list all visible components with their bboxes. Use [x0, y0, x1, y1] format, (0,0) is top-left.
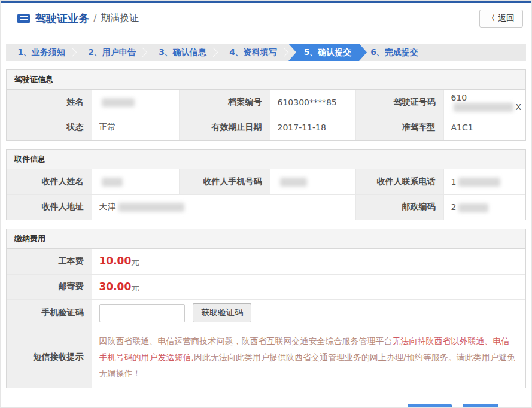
sms-code-input[interactable] — [99, 304, 185, 322]
step-6-complete-submit[interactable]: 6、完成提交 — [359, 44, 430, 61]
mailing-fee-value: 30.00元 — [92, 274, 525, 299]
fees-section: 缴纳费用 工本费 10.00元 邮寄费 30.00元 手机验证码 获取验证码 短… — [6, 229, 526, 388]
file-no-label: 档案编号 — [179, 90, 270, 115]
breadcrumb-divider: / — [93, 13, 96, 24]
mailing-fee-label: 邮寄费 — [7, 274, 92, 299]
license-no-prefix: 610 — [451, 93, 467, 102]
production-fee-amount: 10.00 — [99, 255, 132, 267]
table-row: 收件人姓名 收件人手机号码 收件人联系电话 1 — [7, 169, 525, 194]
recipient-phone-prefix: 1 — [451, 177, 457, 187]
step-2-user-declaration[interactable]: 2、用户申告 — [77, 44, 147, 61]
recipient-phone-value: 1 — [443, 169, 525, 194]
recipient-mobile-value — [270, 169, 355, 194]
step-1-business-notice[interactable]: 1、业务须知 — [6, 44, 77, 61]
mailing-fee-unit: 元 — [131, 282, 139, 292]
file-no-value: 610300****85 — [270, 90, 355, 115]
sms-code-label: 手机验证码 — [7, 299, 92, 327]
step-label: 1、业务须知 — [17, 47, 65, 58]
license-info-section-title: 驾驶证信息 — [7, 70, 525, 90]
sms-notice-part1: 因陕西省联通、电信运营商技术问题，陕西省互联网交通安全综合服务管理平台 — [99, 336, 393, 346]
redacted-recipient-address — [118, 203, 184, 212]
redacted-recipient-name — [102, 178, 123, 187]
table-row: 状态 正常 有效期止日期 2017-11-18 准驾车型 A1C1 — [7, 115, 525, 140]
name-value — [92, 90, 179, 115]
chevron-left-icon: 〈 — [488, 13, 495, 23]
production-fee-value: 10.00元 — [92, 249, 525, 274]
license-no-label: 驾驶证号码 — [355, 90, 443, 115]
pickup-info-section-title: 取件信息 — [7, 150, 525, 169]
back-button-label: 返回 — [498, 13, 515, 24]
step-label: 3、确认信息 — [159, 47, 206, 58]
sms-code-cell: 获取验证码 — [92, 299, 525, 327]
step-label: 6、完成提交 — [370, 47, 418, 58]
pickup-info-section: 取件信息 收件人姓名 收件人手机号码 收件人联系电话 1 收件人地址 天津 邮政… — [6, 149, 526, 220]
license-info-section: 驾驶证信息 姓名 档案编号 610300****85 驾驶证号码 610X 状态… — [6, 69, 526, 141]
page-title: 驾驶证业务 — [35, 11, 89, 26]
sms-notice-label: 短信接收提示 — [7, 327, 92, 388]
license-no-suffix: X — [516, 102, 522, 112]
recipient-address-prefix: 天津 — [99, 202, 116, 211]
name-label: 姓名 — [7, 90, 92, 115]
redacted-recipient-phone — [458, 178, 500, 187]
recipient-address-label: 收件人地址 — [7, 194, 92, 220]
recipient-phone-label: 收件人联系电话 — [355, 169, 443, 194]
postal-code-value: 2 — [443, 194, 525, 220]
redacted-postal-code — [458, 203, 488, 212]
page-header: 驾驶证业务 / 期满换证 〈 返回 — [1, 3, 531, 34]
valid-until-label: 有效期止日期 — [179, 115, 270, 140]
recipient-address-value: 天津 — [92, 194, 355, 220]
redacted-license-no — [454, 103, 513, 112]
back-button[interactable]: 〈 返回 — [479, 10, 523, 28]
step-3-confirm-info[interactable]: 3、确认信息 — [147, 44, 218, 61]
valid-until-value: 2017-11-18 — [270, 115, 355, 140]
fees-section-title: 缴纳费用 — [7, 229, 525, 249]
table-row: 邮寄费 30.00元 — [7, 274, 525, 299]
step-label: 2、用户申告 — [88, 47, 136, 58]
production-fee-label: 工本费 — [7, 249, 92, 274]
pickup-info-table: 收件人姓名 收件人手机号码 收件人联系电话 1 收件人地址 天津 邮政编码 2 — [7, 169, 525, 220]
list-icon — [17, 14, 30, 23]
table-row: 收件人地址 天津 邮政编码 2 — [7, 194, 525, 220]
step-4-fill-data[interactable]: 4、资料填写 — [218, 44, 288, 61]
license-no-value: 610X — [443, 90, 525, 115]
step-5-confirm-submit-active[interactable]: 5、确认提交 — [288, 44, 367, 61]
recipient-name-value — [92, 169, 179, 194]
table-row: 工本费 10.00元 — [7, 249, 525, 274]
get-sms-code-button[interactable]: 获取验证码 — [193, 303, 251, 322]
bottom-actions: 上一步 完成 — [1, 404, 498, 408]
sms-notice-text: 因陕西省联通、电信运营商技术问题，陕西省互联网交通安全综合服务管理平台无法向持陕… — [99, 336, 515, 378]
step-label: 4、资料填写 — [229, 47, 277, 58]
status-label: 状态 — [7, 115, 92, 140]
redacted-recipient-mobile — [280, 178, 307, 187]
finish-button[interactable]: 完成 — [463, 404, 498, 408]
previous-step-button[interactable]: 上一步 — [408, 404, 452, 408]
step-wizard: 1、业务须知 2、用户申告 3、确认信息 4、资料填写 5、确认提交 6、完成提… — [6, 44, 526, 61]
redacted-name — [102, 98, 135, 107]
mailing-fee-amount: 30.00 — [99, 281, 132, 293]
sms-notice-cell: 因陕西省联通、电信运营商技术问题，陕西省互联网交通安全综合服务管理平台无法向持陕… — [92, 327, 525, 388]
status-value: 正常 — [92, 115, 179, 140]
table-row: 姓名 档案编号 610300****85 驾驶证号码 610X — [7, 90, 525, 115]
page-subtitle: 期满换证 — [101, 12, 139, 25]
fees-table: 工本费 10.00元 邮寄费 30.00元 手机验证码 获取验证码 短信接收提示… — [7, 249, 525, 388]
recipient-mobile-label: 收件人手机号码 — [179, 169, 270, 194]
recipient-name-label: 收件人姓名 — [7, 169, 92, 194]
table-row: 手机验证码 获取验证码 — [7, 299, 525, 327]
license-info-table: 姓名 档案编号 610300****85 驾驶证号码 610X 状态 正常 有效… — [7, 90, 525, 140]
vehicle-class-label: 准驾车型 — [355, 115, 443, 140]
postal-code-prefix: 2 — [451, 202, 457, 212]
postal-code-label: 邮政编码 — [355, 194, 443, 220]
step-label: 5、确认提交 — [304, 47, 352, 58]
table-row: 短信接收提示 因陕西省联通、电信运营商技术问题，陕西省互联网交通安全综合服务管理… — [7, 327, 525, 388]
vehicle-class-value: A1C1 — [443, 115, 525, 140]
production-fee-unit: 元 — [131, 257, 139, 266]
